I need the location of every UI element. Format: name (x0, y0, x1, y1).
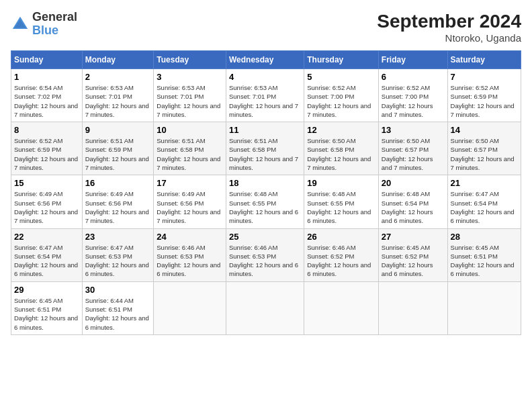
calendar-week-row: 22 Sunrise: 6:47 AM Sunset: 6:54 PM Dayl… (11, 228, 521, 281)
table-row (304, 281, 379, 334)
day-number: 20 (382, 178, 445, 188)
day-number: 2 (85, 72, 151, 82)
day-info: Sunrise: 6:51 AM Sunset: 6:59 PM Dayligh… (85, 136, 151, 172)
day-info: Sunrise: 6:46 AM Sunset: 6:53 PM Dayligh… (229, 243, 301, 279)
table-row: 30 Sunrise: 6:44 AM Sunset: 6:51 PM Dayl… (82, 281, 154, 334)
day-number: 5 (307, 72, 375, 82)
day-info: Sunrise: 6:45 AM Sunset: 6:51 PM Dayligh… (451, 243, 518, 279)
day-number: 9 (85, 125, 151, 135)
day-info: Sunrise: 6:44 AM Sunset: 6:51 PM Dayligh… (85, 296, 151, 332)
col-sunday: Sunday (11, 51, 83, 69)
logo-blue: Blue (32, 24, 58, 37)
day-info: Sunrise: 6:47 AM Sunset: 6:54 PM Dayligh… (14, 243, 79, 279)
logo-text: General Blue (32, 11, 77, 38)
table-row: 11 Sunrise: 6:51 AM Sunset: 6:58 PM Dayl… (226, 122, 304, 175)
calendar-week-row: 8 Sunrise: 6:52 AM Sunset: 6:59 PM Dayli… (11, 122, 521, 175)
day-info: Sunrise: 6:54 AM Sunset: 7:02 PM Dayligh… (14, 83, 79, 119)
day-info: Sunrise: 6:50 AM Sunset: 6:57 PM Dayligh… (451, 136, 518, 172)
day-number: 19 (307, 178, 375, 188)
table-row: 16 Sunrise: 6:49 AM Sunset: 6:56 PM Dayl… (82, 175, 154, 228)
calendar-week-row: 15 Sunrise: 6:49 AM Sunset: 6:56 PM Dayl… (11, 175, 521, 228)
calendar-subtitle: Ntoroko, Uganda (377, 32, 521, 44)
table-row: 27 Sunrise: 6:45 AM Sunset: 6:52 PM Dayl… (378, 228, 447, 281)
day-number: 3 (157, 72, 223, 82)
table-row: 12 Sunrise: 6:50 AM Sunset: 6:58 PM Dayl… (304, 122, 379, 175)
table-row: 28 Sunrise: 6:45 AM Sunset: 6:51 PM Dayl… (447, 228, 521, 281)
day-number: 28 (451, 232, 518, 242)
table-row: 14 Sunrise: 6:50 AM Sunset: 6:57 PM Dayl… (447, 122, 521, 175)
day-number: 17 (157, 178, 223, 188)
table-row: 21 Sunrise: 6:47 AM Sunset: 6:54 PM Dayl… (447, 175, 521, 228)
day-info: Sunrise: 6:52 AM Sunset: 6:59 PM Dayligh… (14, 136, 79, 172)
table-row: 22 Sunrise: 6:47 AM Sunset: 6:54 PM Dayl… (11, 228, 83, 281)
table-row: 5 Sunrise: 6:52 AM Sunset: 7:00 PM Dayli… (304, 69, 379, 122)
day-info: Sunrise: 6:49 AM Sunset: 6:56 PM Dayligh… (14, 189, 79, 225)
day-number: 6 (382, 72, 445, 82)
table-row: 3 Sunrise: 6:53 AM Sunset: 7:01 PM Dayli… (154, 69, 226, 122)
day-info: Sunrise: 6:53 AM Sunset: 7:01 PM Dayligh… (157, 83, 223, 119)
col-friday: Friday (378, 51, 447, 69)
day-info: Sunrise: 6:45 AM Sunset: 6:51 PM Dayligh… (14, 296, 79, 332)
day-info: Sunrise: 6:48 AM Sunset: 6:54 PM Dayligh… (382, 189, 445, 225)
col-monday: Monday (82, 51, 154, 69)
table-row (378, 281, 447, 334)
day-info: Sunrise: 6:45 AM Sunset: 6:52 PM Dayligh… (382, 243, 445, 279)
table-row: 17 Sunrise: 6:49 AM Sunset: 6:56 PM Dayl… (154, 175, 226, 228)
logo-icon (11, 15, 30, 34)
col-tuesday: Tuesday (154, 51, 226, 69)
day-info: Sunrise: 6:51 AM Sunset: 6:58 PM Dayligh… (229, 136, 301, 172)
day-number: 23 (85, 232, 151, 242)
day-info: Sunrise: 6:52 AM Sunset: 6:59 PM Dayligh… (451, 83, 518, 119)
day-number: 8 (14, 125, 79, 135)
day-number: 21 (451, 178, 518, 188)
table-row: 8 Sunrise: 6:52 AM Sunset: 6:59 PM Dayli… (11, 122, 83, 175)
col-saturday: Saturday (447, 51, 521, 69)
day-info: Sunrise: 6:46 AM Sunset: 6:52 PM Dayligh… (307, 243, 375, 279)
day-info: Sunrise: 6:49 AM Sunset: 6:56 PM Dayligh… (85, 189, 151, 225)
day-number: 13 (382, 125, 445, 135)
table-row: 18 Sunrise: 6:48 AM Sunset: 6:55 PM Dayl… (226, 175, 304, 228)
day-info: Sunrise: 6:46 AM Sunset: 6:53 PM Dayligh… (157, 243, 223, 279)
day-number: 4 (229, 72, 301, 82)
table-row: 23 Sunrise: 6:47 AM Sunset: 6:53 PM Dayl… (82, 228, 154, 281)
calendar-week-row: 1 Sunrise: 6:54 AM Sunset: 7:02 PM Dayli… (11, 69, 521, 122)
calendar-week-row: 29 Sunrise: 6:45 AM Sunset: 6:51 PM Dayl… (11, 281, 521, 334)
day-info: Sunrise: 6:52 AM Sunset: 7:00 PM Dayligh… (307, 83, 375, 119)
calendar-title: September 2024 (377, 11, 521, 32)
day-info: Sunrise: 6:47 AM Sunset: 6:54 PM Dayligh… (451, 189, 518, 225)
table-row: 6 Sunrise: 6:52 AM Sunset: 7:00 PM Dayli… (378, 69, 447, 122)
table-row: 29 Sunrise: 6:45 AM Sunset: 6:51 PM Dayl… (11, 281, 83, 334)
day-info: Sunrise: 6:50 AM Sunset: 6:58 PM Dayligh… (307, 136, 375, 172)
day-info: Sunrise: 6:53 AM Sunset: 7:01 PM Dayligh… (85, 83, 151, 119)
day-number: 24 (157, 232, 223, 242)
day-info: Sunrise: 6:51 AM Sunset: 6:58 PM Dayligh… (157, 136, 223, 172)
day-number: 26 (307, 232, 375, 242)
table-row (226, 281, 304, 334)
table-row: 15 Sunrise: 6:49 AM Sunset: 6:56 PM Dayl… (11, 175, 83, 228)
day-info: Sunrise: 6:48 AM Sunset: 6:55 PM Dayligh… (229, 189, 301, 225)
day-number: 27 (382, 232, 445, 242)
day-number: 1 (14, 72, 79, 82)
day-info: Sunrise: 6:50 AM Sunset: 6:57 PM Dayligh… (382, 136, 445, 172)
table-row: 9 Sunrise: 6:51 AM Sunset: 6:59 PM Dayli… (82, 122, 154, 175)
table-row: 4 Sunrise: 6:53 AM Sunset: 7:01 PM Dayli… (226, 69, 304, 122)
table-row (154, 281, 226, 334)
table-row: 2 Sunrise: 6:53 AM Sunset: 7:01 PM Dayli… (82, 69, 154, 122)
calendar-header-row: Sunday Monday Tuesday Wednesday Thursday… (11, 51, 521, 69)
header: General Blue September 2024 Ntoroko, Uga… (11, 11, 521, 44)
day-number: 12 (307, 125, 375, 135)
table-row (447, 281, 521, 334)
table-row: 25 Sunrise: 6:46 AM Sunset: 6:53 PM Dayl… (226, 228, 304, 281)
logo-general: General (32, 10, 77, 24)
table-row: 19 Sunrise: 6:48 AM Sunset: 6:55 PM Dayl… (304, 175, 379, 228)
table-row: 10 Sunrise: 6:51 AM Sunset: 6:58 PM Dayl… (154, 122, 226, 175)
title-block: September 2024 Ntoroko, Uganda (377, 11, 521, 44)
table-row: 20 Sunrise: 6:48 AM Sunset: 6:54 PM Dayl… (378, 175, 447, 228)
day-info: Sunrise: 6:49 AM Sunset: 6:56 PM Dayligh… (157, 189, 223, 225)
day-number: 11 (229, 125, 301, 135)
day-number: 15 (14, 178, 79, 188)
day-number: 30 (85, 285, 151, 295)
table-row: 7 Sunrise: 6:52 AM Sunset: 6:59 PM Dayli… (447, 69, 521, 122)
day-number: 16 (85, 178, 151, 188)
col-wednesday: Wednesday (226, 51, 304, 69)
